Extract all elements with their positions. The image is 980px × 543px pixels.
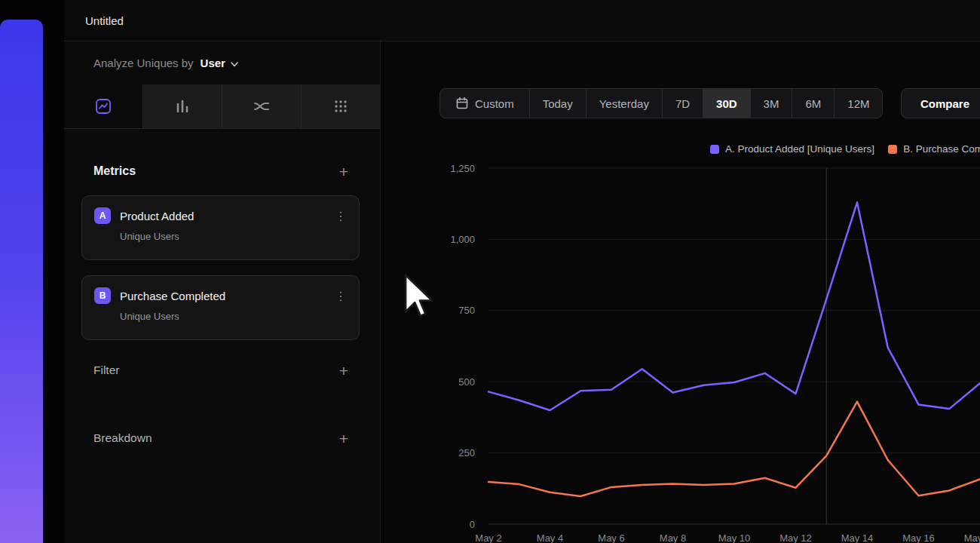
metric-menu-button-a[interactable]: ⋮ (332, 209, 350, 223)
query-panel: Analyze Uniques by User (64, 41, 381, 543)
range-today[interactable]: Today (529, 89, 586, 118)
metric-menu-button-b[interactable]: ⋮ (332, 289, 350, 303)
screen: Untitled Analyze Uniques by User (0, 0, 980, 543)
breakdown-section-header: Breakdown + (64, 429, 380, 447)
metric-card-row: B Purchase Completed ⋮ (94, 287, 350, 304)
svg-text:750: 750 (458, 305, 475, 316)
add-breakdown-button[interactable]: + (338, 431, 350, 446)
range-30d[interactable]: 30D (703, 89, 750, 118)
tab-grid[interactable] (301, 84, 380, 128)
svg-text:May 12: May 12 (779, 532, 812, 543)
tab-bar-chart[interactable] (142, 84, 222, 128)
metric-card-a[interactable]: A Product Added ⋮ Unique Users (81, 195, 360, 260)
legend-item-a[interactable]: A. Product Added [Unique Users] (710, 143, 874, 155)
range-12m[interactable]: 12M (834, 89, 882, 118)
add-metric-button[interactable]: + (338, 164, 350, 179)
range-7d[interactable]: 7D (662, 89, 703, 118)
grid-dots-icon (332, 97, 350, 115)
svg-text:May 4: May 4 (537, 532, 563, 543)
range-3m[interactable]: 3M (750, 89, 792, 118)
compare-button[interactable]: Compare (901, 88, 980, 118)
bar-chart-icon (173, 97, 191, 115)
filter-section-header: Filter + (64, 361, 380, 379)
metrics-section-header: Metrics + (64, 162, 380, 180)
metric-cards: A Product Added ⋮ Unique Users B Purchas… (81, 195, 360, 340)
filter-title: Filter (93, 364, 119, 377)
range-custom[interactable]: Custom (440, 89, 529, 118)
svg-text:1,000: 1,000 (450, 234, 475, 245)
legend-item-b[interactable]: B. Purchase Completed [Unique Users] (888, 143, 980, 155)
report-title[interactable]: Untitled (85, 14, 124, 27)
metric-name-b: Purchase Completed (120, 290, 323, 302)
svg-text:May 18: May 18 (964, 532, 980, 543)
analyze-row: Analyze Uniques by User (64, 41, 380, 84)
metrics-title: Metrics (93, 164, 136, 178)
legend-swatch-a (710, 145, 719, 154)
svg-text:May 2: May 2 (475, 532, 501, 543)
calendar-icon (455, 97, 469, 110)
legend-label-a: A. Product Added [Unique Users] (725, 143, 874, 155)
metric-subtype-a[interactable]: Unique Users (120, 231, 350, 242)
date-range-picker: Custom Today Yesterday 7D 30D 3M 6M 12M (439, 88, 883, 118)
app-gradient-strip (0, 20, 43, 543)
chart-legend: A. Product Added [Unique Users] B. Purch… (710, 143, 980, 155)
legend-swatch-b (888, 145, 897, 154)
metric-subtype-b[interactable]: Unique Users (120, 311, 350, 322)
svg-text:May 14: May 14 (841, 532, 874, 543)
chevron-down-icon (231, 62, 238, 67)
metric-badge-b: B (94, 287, 111, 304)
analyze-label: Analyze Uniques by (93, 57, 194, 69)
range-yesterday[interactable]: Yesterday (586, 89, 662, 118)
range-6m[interactable]: 6M (792, 89, 834, 118)
flow-icon (252, 97, 271, 115)
line-chart-icon (94, 97, 112, 115)
breakdown-title: Breakdown (93, 431, 152, 445)
svg-text:1,250: 1,250 (450, 163, 475, 174)
tab-line-chart[interactable] (64, 84, 142, 128)
metric-badge-a: A (94, 207, 111, 224)
svg-text:May 6: May 6 (598, 532, 624, 543)
metric-card-row: A Product Added ⋮ (94, 207, 350, 224)
metric-name-a: Product Added (120, 210, 323, 222)
uniques-by-value: User (201, 57, 225, 69)
chart-type-tabs (64, 84, 380, 129)
app-window: Untitled Analyze Uniques by User (64, 0, 980, 543)
svg-text:May 16: May 16 (902, 532, 935, 543)
svg-text:May 10: May 10 (718, 532, 751, 543)
range-custom-label: Custom (475, 97, 514, 110)
legend-label-b: B. Purchase Completed [Unique Users] (903, 143, 980, 155)
main-body: Analyze Uniques by User (64, 41, 980, 543)
svg-text:500: 500 (458, 376, 475, 388)
tab-flows[interactable] (222, 84, 301, 128)
svg-text:0: 0 (470, 519, 475, 530)
add-filter-button[interactable]: + (338, 363, 350, 379)
metric-card-b[interactable]: B Purchase Completed ⋮ Unique Users (81, 275, 360, 340)
top-bar: Untitled (64, 0, 980, 41)
line-chart[interactable]: 02505007501,0001,250May 2May 4May 6May 8… (381, 162, 980, 543)
svg-text:May 8: May 8 (660, 532, 686, 543)
chart-panel: Custom Today Yesterday 7D 30D 3M 6M 12M … (381, 41, 980, 543)
uniques-by-dropdown[interactable]: User (201, 57, 238, 69)
svg-text:250: 250 (458, 447, 475, 459)
